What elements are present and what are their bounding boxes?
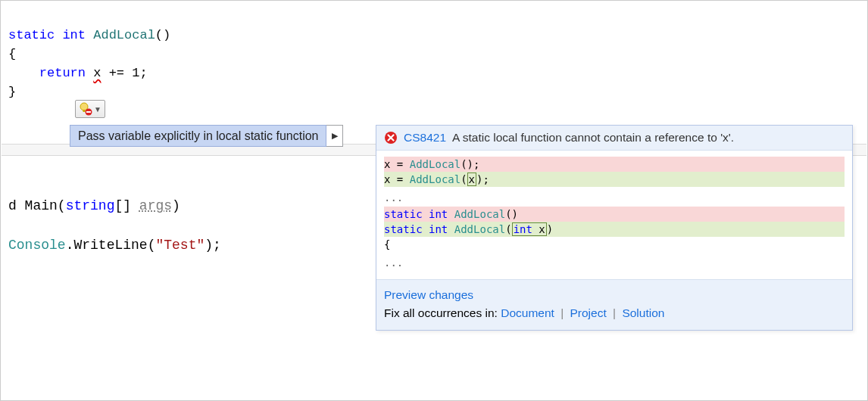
error-message: A static local function cannot contain a…: [452, 131, 734, 145]
error-variable[interactable]: x: [93, 66, 101, 80]
diff-preview: x = AddLocal(); x = AddLocal(x); ... sta…: [376, 151, 852, 279]
diff-added-line: x = AddLocal(x);: [384, 172, 845, 187]
code-line-3: return x += 1;: [39, 66, 148, 80]
code-line-2: {: [8, 47, 16, 61]
code-editor[interactable]: static int AddLocal() { return x += 1; }: [1, 1, 867, 141]
lower-line-1: d Main(string[] args): [8, 198, 180, 213]
diff-removed-line: static int AddLocal(): [384, 207, 845, 222]
lightbulb-error-icon: [79, 102, 92, 116]
fixall-label: Fix all occurrences in:: [384, 306, 501, 319]
quickfix-preview-flyout: CS8421 A static local function cannot co…: [376, 125, 853, 331]
code-line-4: }: [8, 85, 16, 99]
error-code[interactable]: CS8421: [404, 131, 446, 145]
quickfix-item-label: Pass variable explicitly in local static…: [78, 129, 318, 143]
quickfix-menu: Pass variable explicitly in local static…: [70, 125, 343, 147]
diff-context-line: {: [384, 237, 845, 252]
fixall-document-link[interactable]: Document: [501, 306, 554, 319]
error-header: CS8421 A static local function cannot co…: [376, 126, 852, 151]
chevron-right-icon: ▶: [332, 131, 338, 141]
code-editor-lower[interactable]: d Main(string[] args) Console.WriteLine(…: [8, 176, 221, 255]
quickfix-lightbulb[interactable]: ▼: [75, 100, 105, 118]
quickfix-item-pass-variable[interactable]: Pass variable explicitly in local static…: [70, 125, 326, 147]
code-line-1: static int AddLocal(): [8, 28, 170, 42]
fixall-project-link[interactable]: Project: [570, 306, 607, 319]
flyout-footer: Preview changes Fix all occurrences in: …: [376, 279, 852, 330]
diff-added-line: static int AddLocal(int x): [384, 222, 845, 237]
svg-rect-3: [86, 111, 91, 113]
quickfix-expand-button[interactable]: ▶: [326, 125, 343, 147]
chevron-down-icon: ▼: [94, 105, 101, 113]
diff-ellipsis: ...: [384, 187, 845, 207]
svg-rect-1: [83, 110, 86, 112]
diff-removed-line: x = AddLocal();: [384, 157, 845, 172]
error-icon: [384, 131, 398, 145]
diff-ellipsis: ...: [384, 252, 845, 272]
preview-changes-link[interactable]: Preview changes: [384, 288, 473, 301]
fixall-solution-link[interactable]: Solution: [622, 306, 664, 319]
lower-line-2: Console.WriteLine("Test");: [8, 238, 221, 253]
